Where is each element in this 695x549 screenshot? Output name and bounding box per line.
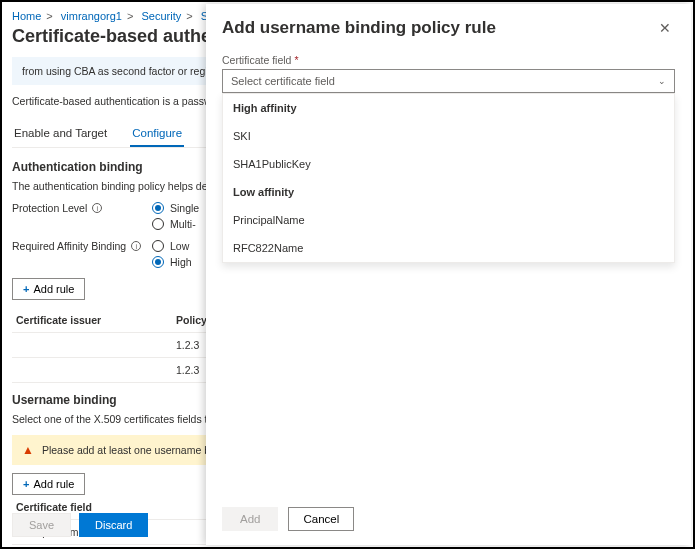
dropdown-option[interactable]: PrincipalName: [223, 206, 674, 234]
panel-title: Add username binding policy rule: [222, 18, 496, 38]
dropdown-option[interactable]: RFC822Name: [223, 234, 674, 262]
cert-field-label: Certificate field *: [222, 54, 675, 66]
info-icon[interactable]: i: [131, 241, 141, 251]
discard-button[interactable]: Discard: [79, 513, 148, 537]
list-item[interactable]: RFC822Name: [12, 545, 683, 549]
panel-cancel-button[interactable]: Cancel: [288, 507, 354, 531]
close-icon[interactable]: ✕: [655, 18, 675, 38]
save-button: Save: [12, 513, 71, 537]
crumb-security1[interactable]: Security: [141, 10, 181, 22]
add-username-rule-button[interactable]: +Add rule: [12, 473, 85, 495]
cert-field-dropdown[interactable]: Select certificate field ⌄ High affinity…: [222, 69, 675, 93]
warning-icon: ▲: [22, 443, 34, 457]
add-auth-rule-button[interactable]: +Add rule: [12, 278, 85, 300]
dropdown-group: High affinity: [223, 94, 674, 122]
crumb-home[interactable]: Home: [12, 10, 41, 22]
plus-icon: +: [23, 283, 29, 295]
dropdown-placeholder: Select certificate field: [231, 75, 335, 87]
crumb-org[interactable]: vimrangorg1: [61, 10, 122, 22]
tab-enable[interactable]: Enable and Target: [12, 121, 109, 145]
affinity-binding-label: Required Affinity Bindingi: [12, 240, 152, 252]
col-policy: Policy: [176, 314, 207, 326]
info-icon[interactable]: i: [92, 203, 102, 213]
chevron-down-icon: ⌄: [658, 76, 666, 86]
dropdown-option[interactable]: SHA1PublicKey: [223, 150, 674, 178]
panel-add-button: Add: [222, 507, 278, 531]
radio-low[interactable]: Low: [152, 240, 192, 252]
tab-configure[interactable]: Configure: [130, 121, 184, 147]
dropdown-option[interactable]: SKI: [223, 122, 674, 150]
radio-single[interactable]: Single: [152, 202, 199, 214]
dropdown-group: Low affinity: [223, 178, 674, 206]
add-rule-panel: Add username binding policy rule ✕ Certi…: [206, 4, 691, 545]
col-issuer: Certificate issuer: [16, 314, 176, 326]
dropdown-list: High affinitySKISHA1PublicKeyLow affinit…: [222, 93, 675, 263]
plus-icon: +: [23, 478, 29, 490]
protection-level-label: Protection Leveli: [12, 202, 152, 214]
radio-high[interactable]: High: [152, 256, 192, 268]
radio-multi[interactable]: Multi-: [152, 218, 199, 230]
